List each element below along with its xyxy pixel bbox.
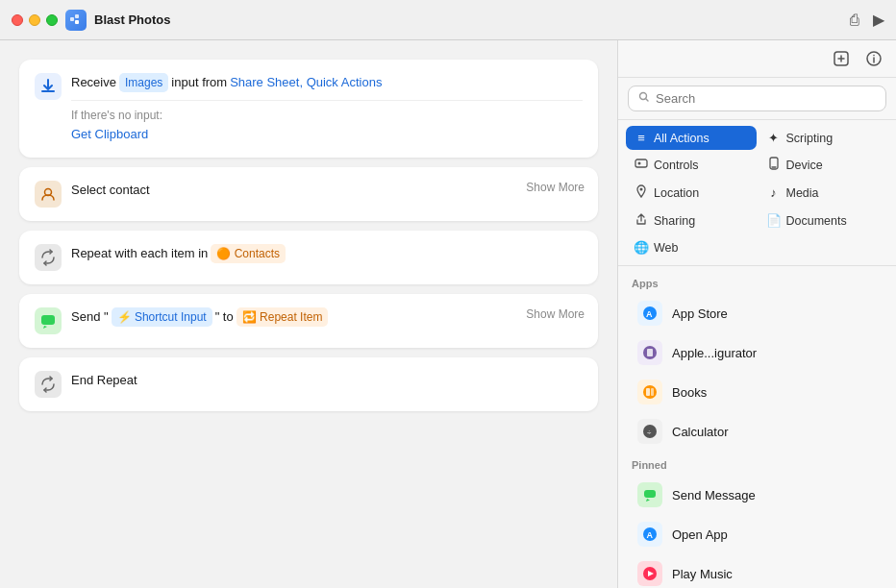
cat-documents-label: Documents — [786, 214, 847, 228]
repeat-text: Repeat with each item in — [71, 244, 208, 263]
titlebar-actions: ⎙ ▶ — [850, 11, 884, 29]
cat-controls[interactable]: Controls — [626, 152, 757, 178]
svg-text:A: A — [646, 309, 653, 319]
receive-card-header: Receive Images input from Share Sheet, Q… — [35, 73, 583, 144]
shortcut-input-tag[interactable]: ⚡ Shortcut Input — [112, 307, 212, 327]
svg-text:÷: ÷ — [647, 429, 652, 437]
action-open-app[interactable]: A Open App — [624, 515, 890, 553]
svg-rect-0 — [70, 17, 74, 21]
cat-controls-label: Controls — [654, 159, 699, 172]
books-icon — [637, 380, 662, 404]
action-play-music[interactable]: Play Music — [624, 554, 890, 588]
receive-card: Receive Images input from Share Sheet, Q… — [19, 60, 598, 158]
scripting-icon: ✦ — [766, 131, 782, 145]
maximize-button[interactable] — [46, 14, 58, 26]
apps-section-label: Apps — [618, 270, 896, 293]
documents-icon: 📄 — [766, 213, 782, 228]
send-icon — [35, 307, 62, 334]
get-clipboard-link[interactable]: Get Clipboard — [71, 125, 148, 144]
end-repeat-line: End Repeat — [71, 371, 583, 390]
svg-rect-2 — [75, 20, 79, 24]
images-tag[interactable]: Images — [119, 73, 168, 92]
send-card: Show More Send " ⚡ Shortcut Input " to 🔁… — [19, 294, 598, 348]
contacts-tag[interactable]: 🟠 Contacts — [211, 244, 286, 263]
repeat-line: Repeat with each item in 🟠 Contacts — [71, 244, 583, 263]
play-music-icon — [637, 561, 662, 586]
share-button[interactable]: ⎙ — [850, 12, 859, 29]
play-music-label: Play Music — [672, 567, 733, 581]
repeat-header: Repeat with each item in 🟠 Contacts — [35, 244, 583, 271]
select-contact-icon — [35, 181, 62, 208]
add-to-panel-button[interactable] — [829, 46, 854, 71]
location-icon — [634, 184, 649, 201]
svg-point-10 — [638, 162, 641, 165]
cat-location-label: Location — [654, 186, 699, 200]
cat-documents[interactable]: 📄 Documents — [759, 208, 889, 233]
svg-rect-1 — [75, 14, 79, 18]
all-actions-icon: ≡ — [634, 131, 649, 145]
receive-text: Receive — [71, 73, 116, 92]
action-send-message[interactable]: Send Message — [624, 476, 890, 514]
action-app-store[interactable]: A App Store — [624, 294, 890, 332]
cat-sharing[interactable]: Sharing — [626, 208, 757, 233]
show-more-send[interactable]: Show More — [526, 307, 585, 321]
action-apple-igurator[interactable]: Apple...igurator — [624, 333, 890, 372]
open-app-icon: A — [637, 522, 662, 547]
search-input[interactable] — [656, 91, 876, 106]
minimize-button[interactable] — [29, 14, 40, 26]
close-button[interactable] — [12, 14, 23, 26]
cat-location[interactable]: Location — [626, 180, 757, 206]
app-icon — [65, 10, 87, 31]
cat-scripting-label: Scripting — [786, 132, 834, 145]
receive-line: Receive Images input from Share Sheet, Q… — [71, 73, 583, 92]
search-bar — [618, 78, 896, 120]
actions-list: Apps A App Store Apple...igura — [618, 266, 896, 588]
end-repeat-text: End Repeat — [71, 371, 137, 390]
repeat-card: Repeat with each item in 🟠 Contacts — [19, 231, 598, 284]
receive-icon — [35, 73, 62, 100]
cat-device[interactable]: Device — [759, 152, 889, 178]
cat-web[interactable]: 🌐 Web — [626, 235, 757, 259]
calculator-label: Calculator — [672, 425, 729, 439]
get-clipboard-line: Get Clipboard — [71, 125, 583, 144]
controls-icon — [634, 157, 649, 173]
repeat-icon — [35, 244, 62, 271]
show-more-select[interactable]: Show More — [526, 181, 585, 194]
search-input-wrapper — [628, 86, 886, 111]
svg-rect-17 — [647, 349, 653, 356]
cat-all-actions-label: All Actions — [654, 132, 709, 145]
svg-rect-20 — [651, 388, 654, 396]
media-icon: ♪ — [766, 185, 782, 200]
titlebar: Blast Photos ⎙ ▶ — [0, 0, 896, 40]
end-repeat-header: End Repeat — [35, 371, 583, 398]
send-message-icon — [637, 482, 662, 507]
apple-igurator-icon — [637, 340, 662, 365]
cat-media[interactable]: ♪ Media — [759, 180, 889, 206]
device-icon — [766, 157, 782, 173]
open-app-label: Open App — [672, 527, 728, 542]
send-line: Send " ⚡ Shortcut Input " to 🔁 Repeat It… — [71, 307, 583, 327]
play-button[interactable]: ▶ — [873, 11, 884, 29]
search-icon — [638, 91, 650, 106]
app-store-label: App Store — [672, 306, 728, 321]
info-button[interactable] — [861, 46, 886, 71]
app-store-icon: A — [637, 301, 662, 326]
svg-rect-23 — [644, 490, 656, 498]
send-content: Send " ⚡ Shortcut Input " to 🔁 Repeat It… — [71, 307, 583, 327]
category-grid: ≡ All Actions ✦ Scripting Controls — [618, 120, 896, 266]
svg-text:A: A — [647, 530, 654, 540]
cat-device-label: Device — [786, 159, 823, 172]
no-input-label: If there's no input: — [71, 109, 583, 122]
cat-scripting[interactable]: ✦ Scripting — [759, 126, 889, 150]
main-layout: Receive Images input from Share Sheet, Q… — [0, 40, 896, 588]
share-sheet-link[interactable]: Share Sheet, Quick Actions — [230, 73, 382, 92]
web-icon: 🌐 — [634, 240, 649, 255]
action-books[interactable]: Books — [624, 373, 890, 411]
receive-content: Receive Images input from Share Sheet, Q… — [71, 73, 583, 144]
action-calculator[interactable]: ÷ Calculator — [624, 412, 890, 451]
cat-all-actions[interactable]: ≡ All Actions — [626, 126, 757, 150]
repeat-item-tag[interactable]: 🔁 Repeat Item — [236, 307, 329, 327]
select-contact-text: Select contact — [71, 181, 150, 200]
svg-rect-9 — [635, 159, 647, 167]
actions-panel: ≡ All Actions ✦ Scripting Controls — [617, 40, 896, 588]
